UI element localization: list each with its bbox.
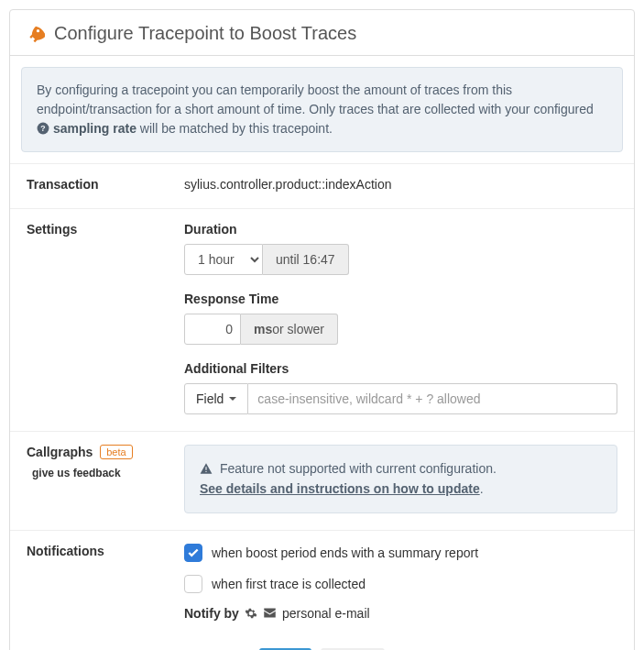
svg-text:?: ? [40, 124, 45, 133]
row-callgraphs: Callgraphs beta give us feedback Feature… [10, 431, 634, 530]
or-slower: or slower [272, 322, 324, 336]
row-notifications: Notifications when boost period ends wit… [10, 530, 634, 637]
duration-select[interactable]: 1 hour [184, 244, 263, 275]
notify-summary-row: when boost period ends with a summary re… [184, 544, 617, 562]
callgraphs-warning: Feature not supported with current confi… [184, 445, 617, 513]
panel-title-text: Configure Tracepoint to Boost Traces [54, 23, 356, 44]
row-settings: Settings Duration 1 hour until 16:47 Res… [10, 208, 634, 431]
filters-group: Additional Filters Field [184, 361, 617, 414]
warning-text: Feature not supported with current confi… [220, 461, 497, 476]
transaction-label: Transaction [10, 164, 184, 208]
notify-summary-checkbox[interactable] [184, 544, 202, 562]
notify-first-label: when first trace is collected [212, 577, 366, 591]
settings-label: Settings [10, 209, 184, 431]
ms-strong: ms [254, 322, 272, 336]
notify-by-label: Notify by [184, 606, 239, 621]
callgraphs-label: Callgraphs [27, 445, 93, 459]
filter-value-input[interactable] [248, 383, 617, 414]
filters-label: Additional Filters [184, 361, 617, 376]
info-link[interactable]: sampling rate [53, 121, 136, 136]
caret-down-icon [229, 397, 236, 401]
response-time-input[interactable] [184, 314, 241, 345]
notify-by-line: Notify by personal e-mail [184, 606, 617, 621]
panel-heading: Configure Tracepoint to Boost Traces [10, 10, 634, 56]
info-text-after: will be matched by this tracepoint. [140, 121, 333, 136]
question-circle-icon: ? [37, 122, 49, 135]
warning-link[interactable]: See details and instructions on how to u… [200, 481, 480, 496]
rocket-icon [27, 25, 45, 43]
notifications-label: Notifications [10, 531, 184, 637]
tracepoint-config-panel: Configure Tracepoint to Boost Traces By … [9, 9, 635, 650]
field-dropdown-label: Field [196, 391, 224, 406]
warning-triangle-icon [200, 462, 213, 475]
transaction-value: sylius.controller.product::indexAction [184, 177, 391, 192]
feedback-link[interactable]: give us feedback [32, 467, 179, 479]
notify-first-row: when first trace is collected [184, 575, 617, 593]
row-transaction: Transaction sylius.controller.product::i… [10, 163, 634, 208]
notify-first-checkbox[interactable] [184, 575, 202, 593]
notify-summary-label: when boost period ends with a summary re… [212, 545, 478, 560]
duration-group: Duration 1 hour until 16:47 [184, 222, 617, 275]
envelope-icon [263, 606, 277, 620]
response-time-unit: ms or slower [241, 314, 338, 345]
info-text-before: By configuring a tracepoint you can temp… [37, 83, 594, 116]
gear-icon[interactable] [245, 607, 257, 620]
field-dropdown[interactable]: Field [184, 383, 248, 414]
action-bar: start cancel [10, 637, 634, 650]
info-box: By configuring a tracepoint you can temp… [21, 67, 623, 152]
panel-title: Configure Tracepoint to Boost Traces [27, 23, 617, 44]
response-time-label: Response Time [184, 292, 617, 306]
notify-email: personal e-mail [282, 606, 370, 621]
duration-until: until 16:47 [263, 244, 349, 275]
beta-badge: beta [100, 445, 132, 459]
callgraphs-label-cell: Callgraphs beta give us feedback [10, 432, 184, 530]
duration-label: Duration [184, 222, 617, 237]
response-time-group: Response Time ms or slower [184, 292, 617, 345]
